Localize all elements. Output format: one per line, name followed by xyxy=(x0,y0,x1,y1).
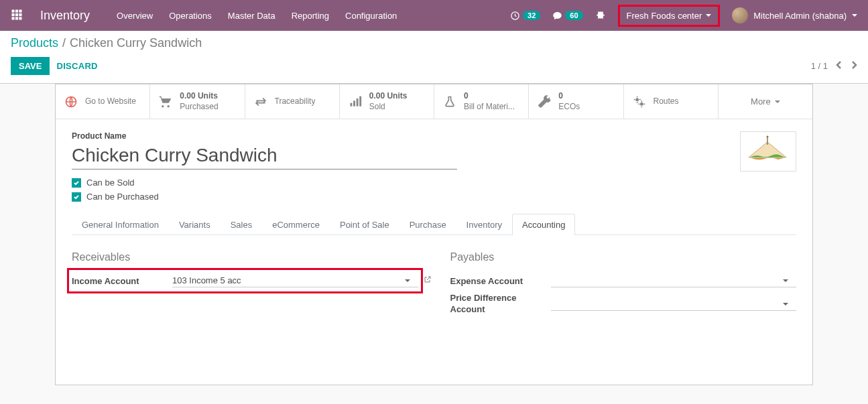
pager-next[interactable] xyxy=(851,60,857,72)
apps-icon[interactable] xyxy=(11,9,24,22)
income-account-label: Income Account xyxy=(72,276,172,286)
breadcrumb-root[interactable]: Products xyxy=(11,36,58,50)
nav-configuration[interactable]: Configuration xyxy=(345,11,397,21)
product-name-input[interactable] xyxy=(72,142,457,170)
svg-rect-11 xyxy=(350,103,352,106)
can-be-purchased-label: Can be Purchased xyxy=(86,192,159,202)
price-diff-row: Price Difference Account xyxy=(450,290,797,318)
tabs: General Information Variants Sales eComm… xyxy=(72,214,796,235)
can-be-purchased-checkbox[interactable] xyxy=(72,192,81,202)
breadcrumb-current: Chicken Curry Sandwich xyxy=(70,36,202,50)
stat-sold[interactable]: 0.00 UnitsSold xyxy=(340,84,434,119)
cart-icon xyxy=(158,95,173,109)
svg-point-15 xyxy=(635,98,639,101)
sandwich-icon xyxy=(742,134,794,169)
svg-rect-5 xyxy=(19,13,21,16)
debug-icon[interactable] xyxy=(595,9,606,22)
external-link-icon[interactable] xyxy=(424,275,432,285)
wrench-icon xyxy=(537,95,552,109)
tab-inventory[interactable]: Inventory xyxy=(456,214,512,235)
price-diff-label: Price Difference Account xyxy=(450,293,551,316)
flask-icon xyxy=(442,95,457,109)
can-be-sold-label: Can be Sold xyxy=(86,178,135,188)
stat-button-row: Go to Website 0.00 UnitsPurchased Tracea… xyxy=(56,84,812,119)
dropdown-caret-icon[interactable] xyxy=(783,303,788,306)
stat-purchased[interactable]: 0.00 UnitsPurchased xyxy=(150,84,245,119)
nav-overview[interactable]: Overview xyxy=(117,11,153,21)
stat-website[interactable]: Go to Website xyxy=(56,84,150,119)
chat-icon xyxy=(552,11,562,21)
tab-ecommerce[interactable]: eCommerce xyxy=(262,214,330,235)
stat-routes[interactable]: Routes xyxy=(624,84,719,119)
svg-rect-2 xyxy=(19,10,21,13)
price-diff-field[interactable] xyxy=(551,297,797,311)
tab-purchase[interactable]: Purchase xyxy=(399,214,456,235)
caret-down-icon xyxy=(706,14,711,17)
expense-account-field[interactable] xyxy=(551,274,797,287)
exchange-icon xyxy=(253,95,268,109)
pager-prev[interactable] xyxy=(836,60,843,72)
activities-button[interactable]: 32 xyxy=(510,11,540,21)
expense-account-row: Expense Account xyxy=(450,271,797,290)
svg-rect-1 xyxy=(15,10,18,13)
globe-icon xyxy=(64,95,78,109)
tab-sales[interactable]: Sales xyxy=(221,214,263,235)
nav-links: Overview Operations Master Data Reportin… xyxy=(117,11,397,21)
user-menu[interactable]: Mitchell Admin (shabna) xyxy=(732,7,857,23)
bars-icon xyxy=(348,95,363,109)
svg-point-16 xyxy=(639,102,643,105)
svg-rect-3 xyxy=(12,13,15,16)
activities-badge: 32 xyxy=(523,11,540,20)
pager-text: 1 / 1 xyxy=(811,61,828,71)
breadcrumb-separator: / xyxy=(62,36,66,50)
app-brand[interactable]: Inventory xyxy=(40,9,90,23)
messages-button[interactable]: 60 xyxy=(552,11,582,21)
svg-rect-14 xyxy=(359,96,361,106)
stat-more[interactable]: More xyxy=(719,84,812,119)
nav-master-data[interactable]: Master Data xyxy=(228,11,275,21)
product-name-label: Product Name xyxy=(72,131,796,141)
tab-content-accounting: Receivables Income Account 103 Income 5 … xyxy=(56,235,812,334)
breadcrumb: Products / Chicken Curry Sandwich xyxy=(11,36,857,50)
avatar xyxy=(732,7,748,23)
caret-down-icon xyxy=(852,14,857,17)
stat-bom[interactable]: 0Bill of Materi... xyxy=(434,84,529,119)
svg-rect-0 xyxy=(12,10,15,13)
dropdown-caret-icon[interactable] xyxy=(405,279,410,282)
form-sheet: Go to Website 0.00 UnitsPurchased Tracea… xyxy=(55,84,813,385)
tab-general-information[interactable]: General Information xyxy=(72,214,169,235)
svg-rect-12 xyxy=(353,100,355,106)
product-image[interactable] xyxy=(740,131,796,172)
dropdown-caret-icon[interactable] xyxy=(783,279,788,282)
company-name: Fresh Foods center xyxy=(627,11,702,21)
top-navbar: Inventory Overview Operations Master Dat… xyxy=(0,0,868,31)
stat-ecos[interactable]: 0ECOs xyxy=(529,84,623,119)
expense-account-label: Expense Account xyxy=(450,276,551,286)
payables-title: Payables xyxy=(450,251,797,263)
clock-icon xyxy=(510,11,520,21)
company-switcher[interactable]: Fresh Foods center xyxy=(618,5,721,27)
income-account-value: 103 Income 5 acc xyxy=(172,275,241,285)
tab-variants[interactable]: Variants xyxy=(169,214,221,235)
svg-rect-7 xyxy=(15,17,18,19)
user-name: Mitchell Admin (shabna) xyxy=(753,11,847,21)
caret-down-icon xyxy=(775,100,780,103)
tab-point-of-sale[interactable]: Point of Sale xyxy=(330,214,399,235)
tab-accounting[interactable]: Accounting xyxy=(512,214,575,235)
can-be-sold-checkbox[interactable] xyxy=(72,178,81,188)
discard-button[interactable]: DISCARD xyxy=(56,61,97,71)
pager: 1 / 1 xyxy=(811,60,857,72)
nav-reporting[interactable]: Reporting xyxy=(292,11,329,21)
receivables-title: Receivables xyxy=(72,251,418,263)
income-account-row: Income Account 103 Income 5 acc xyxy=(72,271,418,290)
messages-badge: 60 xyxy=(565,11,582,20)
stat-traceability[interactable]: Traceability xyxy=(245,84,340,119)
topnav-right: 32 60 Fresh Foods center Mitchell Admin … xyxy=(510,5,857,27)
control-panel: Products / Chicken Curry Sandwich SAVE D… xyxy=(0,31,868,84)
save-button[interactable]: SAVE xyxy=(11,57,50,75)
svg-rect-4 xyxy=(15,13,18,16)
svg-rect-13 xyxy=(356,98,358,107)
nav-operations[interactable]: Operations xyxy=(169,11,212,21)
svg-rect-6 xyxy=(12,17,15,19)
income-account-field[interactable]: 103 Income 5 acc xyxy=(172,274,418,287)
